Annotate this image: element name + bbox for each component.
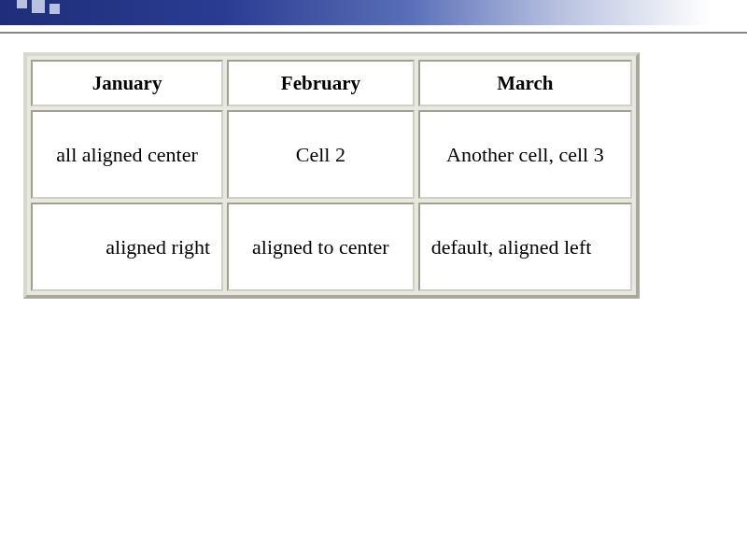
table-header-cell: January xyxy=(31,60,223,106)
example-table: January February March all aligned cente… xyxy=(23,52,640,299)
slide-top-banner xyxy=(0,0,747,34)
table-cell: aligned right xyxy=(31,203,223,291)
table-cell: aligned to center xyxy=(227,203,415,291)
square-icon xyxy=(17,0,27,8)
table-row: all aligned center Cell 2 Another cell, … xyxy=(31,110,632,199)
table-cell: default, aligned left xyxy=(418,203,632,291)
decorative-squares xyxy=(17,0,60,14)
table-header-cell: March xyxy=(418,60,632,106)
gradient-bar xyxy=(0,0,747,25)
table-header-cell: February xyxy=(227,60,415,106)
square-icon xyxy=(32,0,45,13)
table-header-row: January February March xyxy=(31,60,632,106)
table-row: aligned right aligned to center default,… xyxy=(31,203,632,291)
divider-line xyxy=(0,32,747,34)
table-cell: Cell 2 xyxy=(227,110,415,199)
table-cell: Another cell, cell 3 xyxy=(418,110,632,199)
content-area: January February March all aligned cente… xyxy=(0,34,747,317)
table-cell: all aligned center xyxy=(31,110,223,199)
square-icon xyxy=(49,4,60,14)
